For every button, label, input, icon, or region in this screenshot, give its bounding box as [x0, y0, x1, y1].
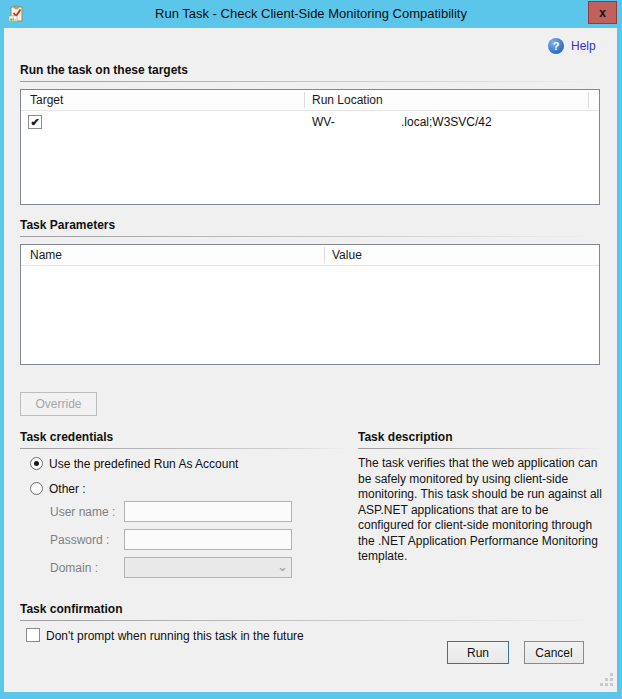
- close-button[interactable]: x: [588, 1, 617, 24]
- column-divider[interactable]: [304, 92, 305, 108]
- run-location-prefix: WV-: [312, 115, 335, 129]
- column-header-value[interactable]: Value: [332, 248, 362, 262]
- parameters-heading: Task Parameters: [20, 218, 115, 232]
- domain-label: Domain :: [50, 561, 98, 575]
- password-label: Password :: [50, 533, 109, 547]
- username-label: User name :: [50, 505, 115, 519]
- targets-list-header: Target Run Location: [21, 90, 599, 111]
- confirmation-heading: Task confirmation: [20, 602, 122, 616]
- column-divider[interactable]: [324, 247, 325, 263]
- run-location-suffix: .local;W3SVC/42: [401, 115, 492, 129]
- parameters-list[interactable]: Name Value: [20, 244, 600, 365]
- override-button[interactable]: Override: [20, 392, 97, 416]
- help-area: ? Help: [548, 38, 596, 54]
- targets-heading: Run the task on these targets: [20, 63, 188, 77]
- run-task-dialog: Run Task - Check Client-Side Monitoring …: [0, 0, 622, 699]
- dialog-title: Run Task - Check Client-Side Monitoring …: [0, 6, 622, 21]
- run-button[interactable]: Run: [447, 641, 509, 664]
- domain-dropdown[interactable]: ⌄: [124, 557, 292, 578]
- column-header-target[interactable]: Target: [30, 93, 63, 107]
- cancel-button[interactable]: Cancel: [524, 641, 584, 664]
- predefined-account-radio[interactable]: [30, 457, 43, 470]
- description-heading-rule: [358, 448, 600, 449]
- parameters-heading-rule: [20, 236, 600, 237]
- other-label[interactable]: Other :: [49, 482, 86, 496]
- column-header-run-location[interactable]: Run Location: [312, 93, 383, 107]
- check-icon: ✔: [30, 116, 39, 128]
- dialog-content: ? Help Run the task on these targets Tar…: [4, 28, 617, 692]
- run-button-label: Run: [467, 646, 489, 660]
- target-row-checkbox[interactable]: ✔: [28, 115, 42, 129]
- username-field[interactable]: [124, 501, 292, 522]
- password-field[interactable]: [124, 529, 292, 550]
- title-bar[interactable]: Run Task - Check Client-Side Monitoring …: [0, 0, 622, 28]
- targets-heading-rule: [20, 81, 600, 82]
- help-link[interactable]: Help: [571, 39, 596, 53]
- resize-grip[interactable]: [610, 683, 613, 686]
- confirmation-heading-rule: [20, 620, 600, 621]
- description-heading: Task description: [358, 430, 452, 444]
- credentials-heading: Task credentials: [20, 430, 113, 444]
- column-header-name[interactable]: Name: [30, 248, 62, 262]
- target-row[interactable]: ✔ WV- .local;W3SVC/42: [21, 112, 599, 133]
- override-button-label: Override: [35, 397, 81, 411]
- other-radio[interactable]: [30, 482, 43, 495]
- cancel-button-label: Cancel: [535, 646, 572, 660]
- dont-prompt-label[interactable]: Don't prompt when running this task in t…: [46, 629, 304, 643]
- predefined-account-label[interactable]: Use the predefined Run As Account: [49, 457, 238, 471]
- dont-prompt-checkbox[interactable]: [26, 628, 40, 642]
- help-icon[interactable]: ?: [548, 38, 564, 54]
- task-description-text: The task verifies that the web applicati…: [358, 456, 603, 565]
- credentials-heading-rule: [20, 448, 346, 449]
- targets-list[interactable]: Target Run Location ✔ WV- .local;W3SVC/4…: [20, 89, 600, 205]
- chevron-down-icon: ⌄: [277, 559, 288, 575]
- column-divider[interactable]: [588, 92, 589, 108]
- close-icon: x: [599, 6, 606, 20]
- parameters-list-header: Name Value: [21, 245, 599, 266]
